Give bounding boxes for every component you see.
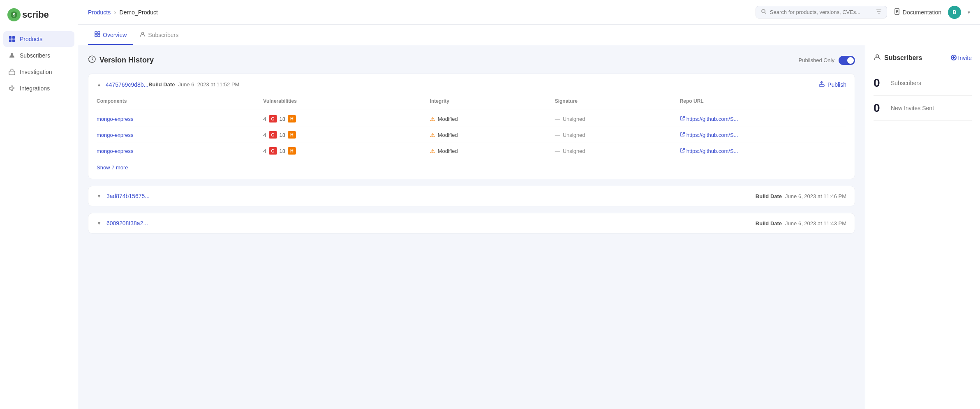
version-3-id: 6009208f38a2... — [106, 220, 148, 226]
main-content: Version History Published Only ▲ 4 — [78, 45, 865, 409]
sidebar-item-integrations[interactable]: Integrations — [3, 81, 74, 96]
show-more: Show 7 more — [97, 159, 846, 172]
build-date-value-1: June 6, 2023 at 11:52 PM — [178, 81, 240, 88]
chevron-up-icon: ▲ — [97, 82, 102, 88]
page-tabs: Overview Subscribers — [78, 25, 980, 45]
vuln-cell: 4 C 18 H — [263, 131, 430, 139]
vuln-cell: 4 C 18 H — [263, 115, 430, 122]
repo-url-link[interactable]: https://github.com/S... — [686, 116, 738, 122]
published-only-switch[interactable] — [839, 56, 855, 65]
stats-row-invites: 0 New Invites Sent — [874, 96, 972, 121]
main-area: Products › Demo_Product — [78, 0, 980, 409]
search-bar[interactable] — [756, 6, 887, 18]
publish-button-1[interactable]: Publish — [818, 81, 846, 88]
section-title-text: Version History — [99, 56, 154, 65]
right-panel-title: Subscribers — [874, 53, 922, 62]
svg-point-20 — [142, 32, 144, 35]
plus-icon — [951, 55, 957, 62]
sidebar-subscribers-label: Subscribers — [20, 52, 50, 59]
history-icon — [88, 55, 96, 65]
component-link[interactable]: mongo-express — [97, 132, 263, 138]
tab-subscribers[interactable]: Subscribers — [133, 25, 185, 45]
warning-icon: ⚠ — [430, 116, 435, 122]
documentation-link[interactable]: Documentation — [894, 8, 941, 16]
tab-overview[interactable]: Overview — [88, 25, 133, 45]
grid-icon — [8, 35, 16, 43]
publish-label-1: Publish — [827, 81, 846, 88]
overview-tab-icon — [95, 31, 100, 38]
repo-url-link[interactable]: https://github.com/S... — [686, 132, 738, 138]
search-input[interactable] — [770, 9, 873, 15]
breadcrumb-current: Demo_Product — [120, 9, 158, 16]
subscribers-panel-icon — [874, 53, 881, 62]
user-chevron-icon[interactable]: ▾ — [968, 9, 970, 15]
breadcrumb: Products › Demo_Product — [88, 9, 749, 16]
signature-text: Unsigned — [563, 132, 585, 138]
right-panel-header: Subscribers Invite — [874, 53, 972, 62]
component-link[interactable]: mongo-express — [97, 116, 263, 122]
integrity-cell: ⚠ Modified — [430, 132, 555, 138]
svg-rect-16 — [95, 32, 97, 34]
content-area: Version History Published Only ▲ 4 — [78, 45, 980, 409]
chevron-down-icon: ▼ — [97, 220, 102, 226]
sidebar-nav: Products Subscribers Inv — [0, 31, 78, 96]
high-badge: H — [288, 131, 296, 139]
version-3-meta: Build Date June 6, 2023 at 11:43 PM — [756, 220, 846, 226]
svg-text:S: S — [12, 12, 15, 17]
high-badge: H — [288, 147, 296, 155]
version-2-id: 3ad874b15675... — [106, 193, 150, 199]
repo-url-link[interactable]: https://github.com/S... — [686, 148, 738, 154]
invites-label: New Invites Sent — [891, 105, 934, 111]
logo-icon: S — [7, 8, 21, 21]
integrity-text: Modified — [438, 116, 458, 122]
svg-rect-22 — [819, 85, 824, 86]
sidebar: S scribe Products — [0, 0, 78, 409]
tab-subscribers-label: Subscribers — [148, 32, 178, 38]
doc-link-label: Documentation — [903, 9, 941, 16]
warning-icon: ⚠ — [430, 132, 435, 138]
version-3-header[interactable]: ▼ 6009208f38a2... Build Date June 6, 202… — [88, 213, 855, 233]
section-title-row: Version History Published Only — [88, 55, 855, 65]
sidebar-item-subscribers[interactable]: Subscribers — [3, 48, 74, 63]
col-repo-url: Repo URL — [680, 98, 846, 104]
external-link-icon — [680, 148, 685, 154]
critical-num: 4 — [263, 116, 266, 122]
warning-icon: ⚠ — [430, 148, 435, 154]
user-avatar[interactable]: B — [948, 6, 961, 19]
show-more-button[interactable]: Show 7 more — [97, 164, 128, 171]
app-logo: S scribe — [7, 8, 70, 21]
version-1-left: ▲ 4475769c9d8b... — [97, 81, 148, 88]
version-card-1: ▲ 4475769c9d8b... Build Date June 6, 202… — [88, 74, 855, 179]
invites-count: 0 — [874, 102, 886, 115]
sidebar-item-investigation[interactable]: Investigation — [3, 64, 74, 80]
version-3-left: ▼ 6009208f38a2... — [97, 220, 148, 226]
sig-cell: — Unsigned — [555, 116, 680, 122]
sidebar-investigation-label: Investigation — [20, 69, 52, 75]
integrity-cell: ⚠ Modified — [430, 116, 555, 122]
col-vulnerabilities: Vulnerabilities — [263, 98, 430, 104]
breadcrumb-separator: › — [114, 9, 116, 16]
dash-icon: — — [555, 148, 560, 154]
filter-icon[interactable] — [876, 9, 882, 16]
table-row: mongo-express 4 C 18 H ⚠ Modified — [97, 111, 846, 127]
svg-rect-17 — [98, 32, 100, 34]
briefcase-icon — [8, 68, 16, 76]
integrity-cell: ⚠ Modified — [430, 148, 555, 154]
repo-cell: https://github.com/S... — [680, 116, 846, 122]
sidebar-products-label: Products — [20, 36, 42, 42]
breadcrumb-products-link[interactable]: Products — [88, 9, 111, 16]
build-date-value-2: June 6, 2023 at 11:46 PM — [785, 193, 846, 199]
build-date-value-3: June 6, 2023 at 11:43 PM — [785, 220, 846, 226]
sidebar-item-products[interactable]: Products — [3, 31, 74, 47]
component-link[interactable]: mongo-express — [97, 148, 263, 154]
version-2-header[interactable]: ▼ 3ad874b15675... Build Date June 6, 202… — [88, 186, 855, 206]
external-link-icon — [680, 132, 685, 138]
version-1-header[interactable]: ▲ 4475769c9d8b... Build Date June 6, 202… — [88, 74, 855, 95]
vuln-cell: 4 C 18 H — [263, 147, 430, 155]
col-components: Components — [97, 98, 263, 104]
table-row: mongo-express 4 C 18 H ⚠ Modified — [97, 127, 846, 143]
dash-icon: — — [555, 116, 560, 122]
version-card-3: ▼ 6009208f38a2... Build Date June 6, 202… — [88, 213, 855, 233]
high-badge: H — [288, 115, 296, 122]
invite-button[interactable]: Invite — [951, 55, 972, 62]
